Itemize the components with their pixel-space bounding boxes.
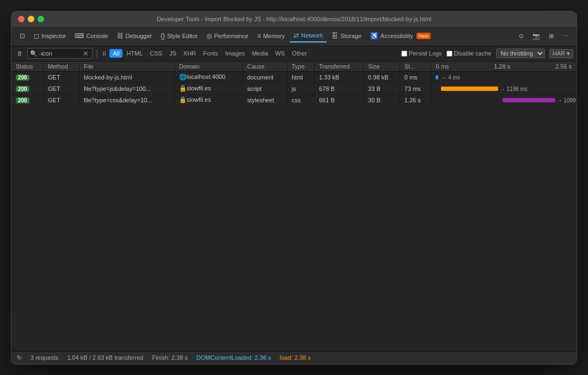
col-status: Status bbox=[11, 62, 44, 72]
performance-icon: ◎ bbox=[206, 32, 212, 40]
cell-transferred: 678 B bbox=[314, 83, 363, 94]
filter-all-btn[interactable]: All bbox=[109, 49, 122, 58]
filter-input-wrapper[interactable]: 🔍 ✕ bbox=[27, 48, 93, 59]
filter-type-buttons: All HTML CSS JS XHR Fonts Images Media W… bbox=[109, 49, 310, 58]
inspector-btn[interactable]: ◻ Inspector bbox=[30, 30, 70, 42]
content-area: ⊡ ◻ Inspector ⌨ Console ⛓ Debugger {} St… bbox=[11, 27, 577, 364]
filter-clear-btn[interactable]: ✕ bbox=[82, 50, 90, 58]
table-body: 200 GET blocked-by-js.html 🌐localhost:40… bbox=[11, 71, 577, 106]
screenshot-btn[interactable]: 📷 bbox=[529, 30, 544, 42]
titlebar: Developer Tools - import Blocked by JS -… bbox=[11, 11, 577, 27]
clear-requests-btn[interactable]: 🗑 bbox=[15, 49, 25, 58]
filter-input[interactable] bbox=[39, 50, 82, 57]
cell-cause: stylesheet bbox=[243, 94, 287, 106]
lock-icon: 🔒 bbox=[179, 85, 187, 91]
cell-transferred: 661 B bbox=[314, 94, 363, 106]
cell-status: 200 bbox=[11, 94, 44, 106]
minimize-button[interactable] bbox=[28, 16, 34, 22]
filter-other-btn[interactable]: Other bbox=[289, 49, 310, 58]
table-row[interactable]: 200 GET file?type=css&delay=10... 🔒slowf… bbox=[11, 94, 577, 106]
more-btn[interactable]: ⋯ bbox=[559, 30, 572, 42]
console-btn[interactable]: ⌨ Console bbox=[71, 30, 112, 42]
accessibility-btn[interactable]: ♿ Accessibility New bbox=[366, 30, 434, 42]
toolbar: ⊡ ◻ Inspector ⌨ Console ⛓ Debugger {} St… bbox=[11, 27, 577, 46]
table-row[interactable]: 200 GET file?type=js&delay=100... 🔒slowf… bbox=[11, 83, 577, 94]
memory-btn[interactable]: ≡ Memory bbox=[253, 30, 289, 42]
cell-file: blocked-by-js.html bbox=[79, 71, 175, 83]
filter-xhr-btn[interactable]: XHR bbox=[180, 49, 199, 58]
empty-area bbox=[11, 106, 577, 313]
filter-search-icon: 🔍 bbox=[30, 50, 38, 57]
har-btn[interactable]: HAR ▾ bbox=[549, 49, 573, 58]
statusbar: ↻ 3 requests 1.04 kB / 2.63 kB transferr… bbox=[11, 351, 577, 364]
popout-btn[interactable]: ⊞ bbox=[545, 30, 558, 42]
maximize-button[interactable] bbox=[38, 16, 44, 22]
dock-icon: ⊙ bbox=[519, 33, 524, 40]
table-header: Status Method File Domain Cause Type Tra… bbox=[11, 62, 577, 72]
throttling-dropdown[interactable]: No throttling bbox=[496, 48, 545, 58]
cell-domain: 🔒slowfil.es bbox=[174, 94, 242, 106]
traffic-lights bbox=[18, 16, 44, 22]
storage-btn[interactable]: 🗄 Storage bbox=[328, 30, 365, 42]
persist-logs-text: Persist Logs bbox=[409, 50, 442, 57]
filter-css-btn[interactable]: CSS bbox=[146, 49, 166, 58]
disable-cache-label[interactable]: Disable cache bbox=[446, 50, 492, 57]
cell-domain: 🔒slowfil.es bbox=[174, 83, 242, 94]
close-button[interactable] bbox=[18, 16, 24, 22]
disable-cache-checkbox[interactable] bbox=[446, 51, 452, 57]
status-badge: 200 bbox=[16, 86, 29, 92]
debugger-icon: ⛓ bbox=[117, 32, 124, 40]
load-time: load: 2.38 s bbox=[280, 354, 311, 361]
filter-media-btn[interactable]: Media bbox=[249, 49, 272, 58]
filter-js-btn[interactable]: JS bbox=[166, 49, 180, 58]
col-file: File bbox=[79, 62, 175, 72]
debugger-label: Debugger bbox=[126, 33, 152, 39]
reload-icon[interactable]: ↻ bbox=[17, 354, 22, 361]
style-editor-icon: {} bbox=[161, 32, 165, 40]
filterbar: 🗑 🔍 ✕ | ⏸ All HTML CSS JS XHR Fonts Imag… bbox=[11, 46, 577, 62]
cell-method: GET bbox=[44, 83, 79, 94]
filter-separator: | bbox=[95, 48, 99, 58]
transferred-info: 1.04 kB / 2.63 kB transferred bbox=[67, 354, 143, 361]
console-icon: ⌨ bbox=[75, 32, 84, 40]
filter-html-btn[interactable]: HTML bbox=[123, 49, 146, 58]
responsive-icon: ⊡ bbox=[20, 32, 25, 40]
persist-logs-checkbox[interactable] bbox=[401, 51, 407, 57]
performance-btn[interactable]: ◎ Performance bbox=[203, 30, 252, 42]
dock-btn[interactable]: ⊙ bbox=[515, 30, 528, 42]
col-type: Type bbox=[287, 62, 314, 72]
table-row[interactable]: 200 GET blocked-by-js.html 🌐localhost:40… bbox=[11, 71, 577, 83]
finish-time: Finish: 2.38 s bbox=[152, 354, 187, 361]
col-domain: Domain bbox=[174, 62, 242, 72]
col-cause: Cause bbox=[243, 62, 287, 72]
inspector-label: Inspector bbox=[41, 33, 66, 39]
timeline-label: → 4 ms bbox=[441, 75, 460, 81]
style-editor-btn[interactable]: {} Style Editor bbox=[157, 30, 201, 42]
persist-logs-label[interactable]: Persist Logs bbox=[401, 50, 442, 57]
cell-size: 33 B bbox=[364, 83, 400, 94]
timeline-256s: 2.56 s bbox=[555, 63, 572, 70]
filter-ws-btn[interactable]: WS bbox=[272, 49, 289, 58]
timeline-label: → 1099 ms bbox=[557, 97, 577, 103]
debugger-btn[interactable]: ⛓ Debugger bbox=[113, 30, 156, 42]
storage-label: Storage bbox=[340, 33, 362, 39]
network-btn[interactable]: ⇄ Network bbox=[290, 29, 327, 42]
memory-label: Memory bbox=[263, 33, 285, 39]
accessibility-label: Accessibility bbox=[381, 33, 413, 39]
memory-icon: ≡ bbox=[257, 32, 261, 40]
console-label: Console bbox=[86, 33, 108, 39]
filter-images-btn[interactable]: Images bbox=[222, 49, 248, 58]
network-label: Network bbox=[301, 32, 323, 39]
cell-method: GET bbox=[44, 71, 79, 83]
timeline-label: → 1198 ms bbox=[500, 86, 528, 92]
performance-label: Performance bbox=[214, 33, 248, 39]
cell-status: 200 bbox=[11, 71, 44, 83]
filter-fonts-btn[interactable]: Fonts bbox=[200, 49, 222, 58]
dom-content-loaded: DOMContentLoaded: 2.36 s bbox=[197, 354, 271, 361]
col-start: St... bbox=[400, 62, 431, 72]
responsive-btn[interactable]: ⊡ bbox=[16, 30, 29, 42]
cell-size: 0.98 kB bbox=[364, 71, 400, 83]
timeline-0ms: 0 ms bbox=[436, 63, 449, 70]
cell-method: GET bbox=[44, 94, 79, 106]
col-size: Size bbox=[364, 62, 400, 72]
